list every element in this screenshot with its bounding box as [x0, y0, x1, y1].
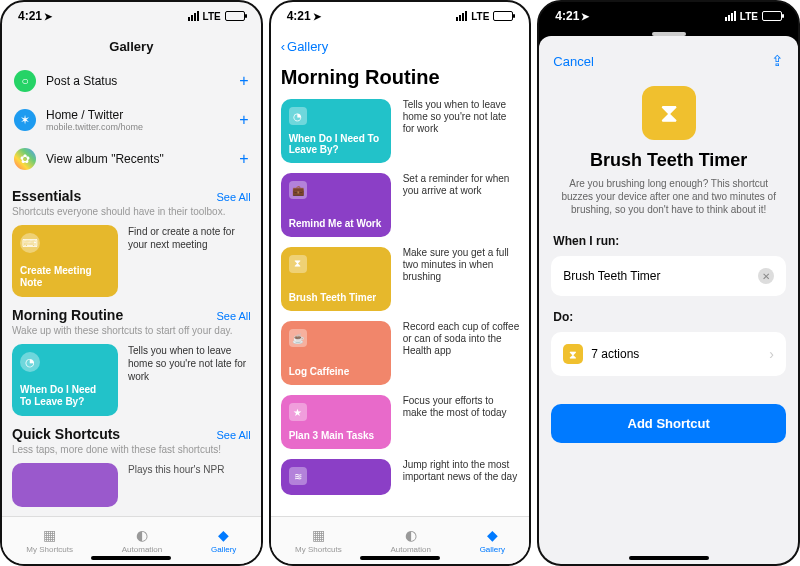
chevron-left-icon: ‹	[281, 39, 285, 54]
cancel-button[interactable]: Cancel	[553, 54, 593, 69]
status-bar: 4:21➤ LTE	[2, 2, 261, 30]
home-indicator[interactable]	[91, 556, 171, 560]
battery-icon	[493, 11, 513, 21]
shortcut-row[interactable]: ○ Post a Status +	[12, 62, 251, 100]
shortcut-title: Brush Teeth Timer	[539, 150, 798, 171]
signal-icon	[725, 11, 736, 21]
shortcut-description: Are you brushing long enough? This short…	[539, 171, 798, 230]
whatsapp-icon: ○	[14, 70, 36, 92]
see-all-link[interactable]: See All	[216, 191, 250, 203]
mug-icon: ☕	[289, 329, 307, 347]
see-all-link[interactable]: See All	[216, 429, 250, 441]
tab-automation[interactable]: ◐Automation	[122, 527, 162, 554]
nav-bar: ‹Gallery	[271, 30, 530, 62]
card-leave-by[interactable]: ◔ When Do I Need To Leave By?	[12, 344, 118, 416]
see-all-link[interactable]: See All	[216, 310, 250, 322]
shortcut-row[interactable]: ✿ View album "Recents" +	[12, 140, 251, 178]
status-bar: 4:21➤ LTE	[539, 2, 798, 30]
grid-icon: ▦	[43, 527, 56, 543]
card-remind-work[interactable]: 💼Remind Me at Work	[281, 173, 391, 237]
do-label: Do:	[539, 306, 798, 328]
signal-icon	[456, 11, 467, 21]
home-indicator[interactable]	[629, 556, 709, 560]
when-label: When I run:	[539, 230, 798, 252]
location-arrow-icon: ➤	[581, 11, 589, 22]
grid-icon: ▦	[312, 527, 325, 543]
page-title: Gallery	[12, 39, 251, 54]
battery-icon	[762, 11, 782, 21]
star-icon: ★	[289, 403, 307, 421]
location-arrow-icon: ➤	[44, 11, 52, 22]
stack-icon: ◆	[487, 527, 498, 543]
tab-gallery[interactable]: ◆Gallery	[211, 527, 236, 554]
safari-icon: ✶	[14, 109, 36, 131]
signal-icon	[188, 11, 199, 21]
card-create-meeting-note[interactable]: ⌨ Create Meeting Note	[12, 225, 118, 297]
photos-icon: ✿	[14, 148, 36, 170]
keyboard-icon: ⌨	[20, 233, 40, 253]
clock-icon: ◐	[136, 527, 148, 543]
section-title-quick: Quick Shortcuts	[12, 426, 120, 442]
when-i-run-row[interactable]: Brush Teeth Timer ✕	[551, 256, 786, 296]
add-shortcut-button[interactable]: Add Shortcut	[551, 404, 786, 443]
battery-icon	[225, 11, 245, 21]
status-bar: 4:21➤ LTE	[271, 2, 530, 30]
share-button[interactable]: ⇪	[771, 52, 784, 70]
add-icon[interactable]: +	[239, 72, 248, 90]
stack-icon: ◆	[218, 527, 229, 543]
hourglass-icon: ⧗	[289, 255, 307, 273]
add-icon[interactable]: +	[239, 150, 248, 168]
clock-icon: ◔	[289, 107, 307, 125]
card-log-caffeine[interactable]: ☕Log Caffeine	[281, 321, 391, 385]
tab-gallery[interactable]: ◆Gallery	[480, 527, 505, 554]
tab-automation[interactable]: ◐Automation	[390, 527, 430, 554]
card-npr[interactable]	[12, 463, 118, 507]
home-indicator[interactable]	[360, 556, 440, 560]
sheet-grabber[interactable]	[539, 36, 798, 38]
chevron-right-icon: ›	[769, 346, 774, 362]
clear-icon[interactable]: ✕	[758, 268, 774, 284]
briefcase-icon: 💼	[289, 181, 307, 199]
clock-icon: ◐	[405, 527, 417, 543]
hourglass-icon: ⧗	[642, 86, 696, 140]
nav-bar: Gallery	[2, 30, 261, 62]
page-title: Morning Routine	[281, 62, 520, 99]
card-leave-by[interactable]: ◔When Do I Need To Leave By?	[281, 99, 391, 163]
section-title-essentials: Essentials	[12, 188, 81, 204]
location-arrow-icon: ➤	[313, 11, 321, 22]
back-button[interactable]: ‹Gallery	[281, 39, 329, 54]
card-brush-teeth[interactable]: ⧗Brush Teeth Timer	[281, 247, 391, 311]
card-news[interactable]: ≋	[281, 459, 391, 495]
shortcut-row[interactable]: ✶ Home / Twittermobile.twitter.com/home …	[12, 100, 251, 140]
card-plan-tasks[interactable]: ★Plan 3 Main Tasks	[281, 395, 391, 449]
add-icon[interactable]: +	[239, 111, 248, 129]
do-actions-row[interactable]: ⧗7 actions ›	[551, 332, 786, 376]
clock-icon: ◔	[20, 352, 40, 372]
hourglass-icon: ⧗	[563, 344, 583, 364]
rss-icon: ≋	[289, 467, 307, 485]
tab-my-shortcuts[interactable]: ▦My Shortcuts	[295, 527, 342, 554]
section-title-morning: Morning Routine	[12, 307, 123, 323]
tab-my-shortcuts[interactable]: ▦My Shortcuts	[26, 527, 73, 554]
